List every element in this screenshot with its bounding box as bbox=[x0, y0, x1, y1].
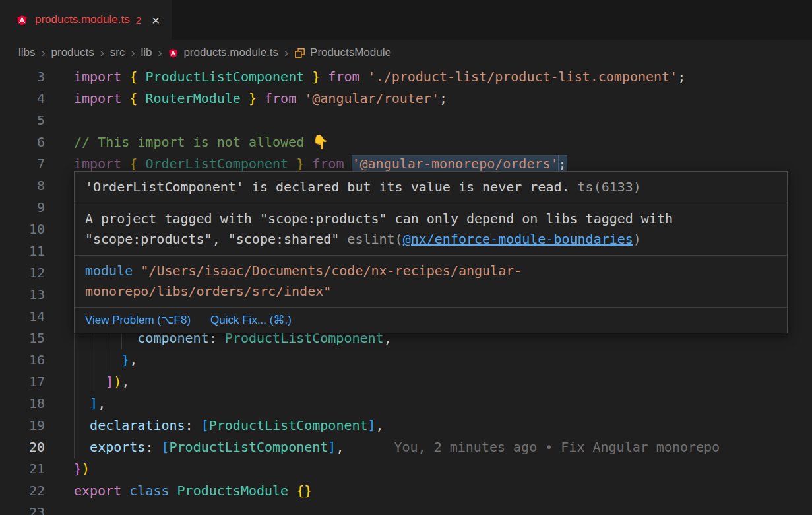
indent-guide bbox=[74, 415, 75, 436]
code-text: ]), bbox=[45, 371, 812, 393]
line-number: 13 bbox=[0, 284, 45, 306]
code-line-22[interactable]: 22export class ProductsModule {} bbox=[0, 480, 812, 502]
line-number: 7 bbox=[0, 153, 45, 175]
line-number: 8 bbox=[0, 175, 45, 197]
indent-guide bbox=[74, 436, 75, 458]
breadcrumb-separator-icon: › bbox=[100, 46, 104, 60]
tab-bar: products.module.ts 2 × bbox=[0, 0, 812, 40]
angular-icon bbox=[16, 14, 28, 26]
line-number: 3 bbox=[0, 66, 45, 88]
code-line-16[interactable]: 16 }, bbox=[0, 349, 812, 371]
line-number: 14 bbox=[0, 306, 45, 327]
code-line-20[interactable]: 20 exports: [ProductListComponent],You, … bbox=[0, 436, 812, 458]
line-number: 5 bbox=[0, 110, 45, 131]
code-line-23[interactable]: 23 bbox=[0, 502, 812, 515]
breadcrumb-item-lib[interactable]: lib bbox=[141, 46, 152, 59]
hover-action-quick-fix[interactable]: Quick Fix... (⌘.) bbox=[210, 314, 292, 327]
symbol-class-icon bbox=[294, 48, 305, 59]
line-number: 15 bbox=[0, 327, 45, 349]
line-number: 9 bbox=[0, 197, 45, 219]
breadcrumb-separator-icon: › bbox=[284, 46, 288, 60]
eslint-rule-link[interactable]: @nx/enforce-module-boundaries bbox=[403, 231, 633, 247]
line-number: 17 bbox=[0, 371, 45, 393]
breadcrumb-label: products bbox=[51, 46, 94, 59]
line-number: 11 bbox=[0, 240, 45, 262]
line-number: 19 bbox=[0, 415, 45, 436]
breadcrumb-separator-icon: › bbox=[158, 46, 162, 60]
hover-text-line: 'OrderListComponent' is declared but its… bbox=[85, 177, 776, 197]
hover-section-module-info: module "/Users/isaac/Documents/code/nx-r… bbox=[75, 255, 787, 307]
code-line-3[interactable]: 3import { ProductListComponent } from '.… bbox=[0, 66, 812, 88]
breadcrumb: libs›products›src›lib›products.module.ts… bbox=[0, 40, 812, 66]
hover-text-line: "scope:products", "scope:shared" eslint(… bbox=[85, 229, 776, 250]
line-number: 6 bbox=[0, 131, 45, 153]
line-number: 21 bbox=[0, 458, 45, 480]
breadcrumb-item-productsmodule[interactable]: ProductsModule bbox=[294, 46, 391, 59]
breadcrumb-label: src bbox=[110, 46, 125, 59]
indent-guide bbox=[74, 393, 75, 415]
tab-products-module[interactable]: products.module.ts 2 × bbox=[0, 0, 172, 40]
breadcrumb-separator-icon: › bbox=[42, 46, 46, 60]
code-text: }) bbox=[45, 458, 812, 480]
code-line-4[interactable]: 4import { RouterModule } from '@angular/… bbox=[0, 88, 812, 110]
breadcrumb-item-libs[interactable]: libs bbox=[18, 46, 36, 59]
code-text: ], bbox=[45, 393, 812, 415]
code-text bbox=[45, 502, 812, 515]
breadcrumb-label: libs bbox=[18, 46, 36, 59]
line-number: 23 bbox=[0, 502, 45, 515]
indent-guide bbox=[90, 349, 90, 371]
code-line-18[interactable]: 18 ], bbox=[0, 393, 812, 415]
code-text: // This import is not allowed 👇 bbox=[45, 131, 812, 153]
line-number: 22 bbox=[0, 480, 45, 502]
code-text: import { ProductListComponent } from './… bbox=[45, 66, 812, 88]
code-line-6[interactable]: 6// This import is not allowed 👇 bbox=[0, 131, 812, 153]
hover-text-line: A project tagged with "scope:products" c… bbox=[85, 209, 776, 229]
code-line-21[interactable]: 21}) bbox=[0, 458, 812, 480]
tab-title: products.module.ts bbox=[35, 13, 130, 26]
indent-guide bbox=[74, 371, 75, 393]
breadcrumb-item-products[interactable]: products bbox=[51, 46, 94, 59]
code-text bbox=[45, 110, 812, 131]
code-text: declarations: [ProductListComponent], bbox=[45, 415, 812, 436]
line-number: 4 bbox=[0, 88, 45, 110]
hover-sections: 'OrderListComponent' is declared but its… bbox=[75, 172, 787, 307]
hover-action-view-problem[interactable]: View Problem (⌥F8) bbox=[85, 314, 191, 327]
breadcrumb-item-products-module-ts[interactable]: products.module.ts bbox=[168, 46, 278, 59]
breadcrumb-label: lib bbox=[141, 46, 152, 59]
angular-icon bbox=[168, 48, 179, 59]
tab-problems-badge: 2 bbox=[136, 15, 141, 26]
indent-guide bbox=[74, 349, 75, 371]
hover-widget: 'OrderListComponent' is declared but its… bbox=[74, 171, 788, 333]
close-icon[interactable]: × bbox=[152, 13, 160, 27]
code-line-5[interactable]: 5 bbox=[0, 110, 812, 131]
line-number: 20 bbox=[0, 436, 45, 458]
code-text: import { RouterModule } from '@angular/r… bbox=[45, 88, 812, 110]
hover-section-ts-diagnostic: 'OrderListComponent' is declared but its… bbox=[75, 172, 787, 203]
git-blame-annotation: You, 2 minutes ago • Fix Angular monorep… bbox=[394, 439, 720, 455]
editor[interactable]: 3import { ProductListComponent } from '.… bbox=[0, 66, 812, 515]
hover-text-line: module "/Users/isaac/Documents/code/nx-r… bbox=[85, 261, 776, 281]
code-text: export class ProductsModule {} bbox=[45, 480, 812, 502]
code-line-17[interactable]: 17 ]), bbox=[0, 371, 812, 393]
hover-actions: View Problem (⌥F8)Quick Fix... (⌘.) bbox=[75, 307, 787, 333]
code-text: }, bbox=[45, 349, 812, 371]
breadcrumb-label: ProductsModule bbox=[310, 46, 391, 59]
code-line-19[interactable]: 19 declarations: [ProductListComponent], bbox=[0, 415, 812, 436]
breadcrumb-separator-icon: › bbox=[131, 46, 135, 60]
code-text: exports: [ProductListComponent],You, 2 m… bbox=[45, 436, 812, 458]
indent-guide bbox=[106, 349, 106, 371]
hover-section-eslint-diagnostic: A project tagged with "scope:products" c… bbox=[75, 203, 787, 255]
breadcrumb-label: products.module.ts bbox=[183, 46, 278, 59]
line-number: 12 bbox=[0, 262, 45, 284]
indent-guide bbox=[90, 371, 90, 393]
line-number: 16 bbox=[0, 349, 45, 371]
line-number: 10 bbox=[0, 219, 45, 240]
hover-text-line: monorepo/libs/orders/src/index" bbox=[85, 281, 776, 302]
line-number: 18 bbox=[0, 393, 45, 415]
breadcrumb-item-src[interactable]: src bbox=[110, 46, 125, 59]
